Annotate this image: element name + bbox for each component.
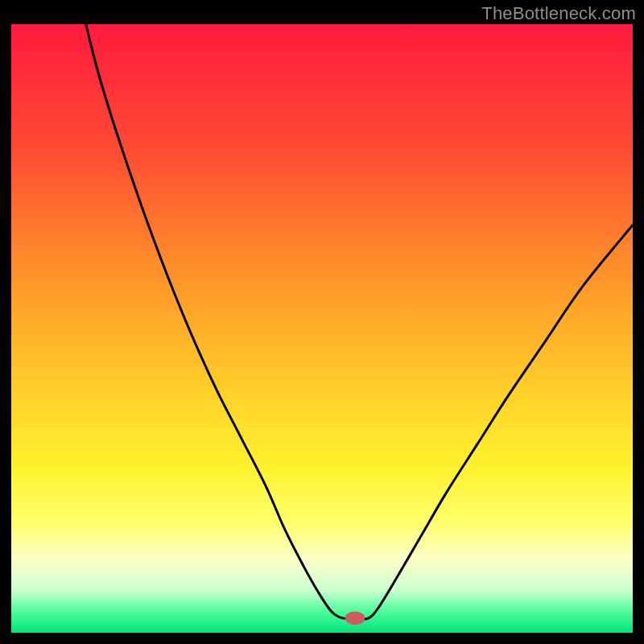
chart-frame — [11, 24, 633, 633]
bottleneck-chart — [11, 24, 633, 633]
watermark-text: TheBottleneck.com — [481, 3, 636, 24]
marker-group — [345, 612, 365, 625]
bottleneck-marker — [345, 612, 365, 625]
chart-background — [11, 24, 633, 633]
